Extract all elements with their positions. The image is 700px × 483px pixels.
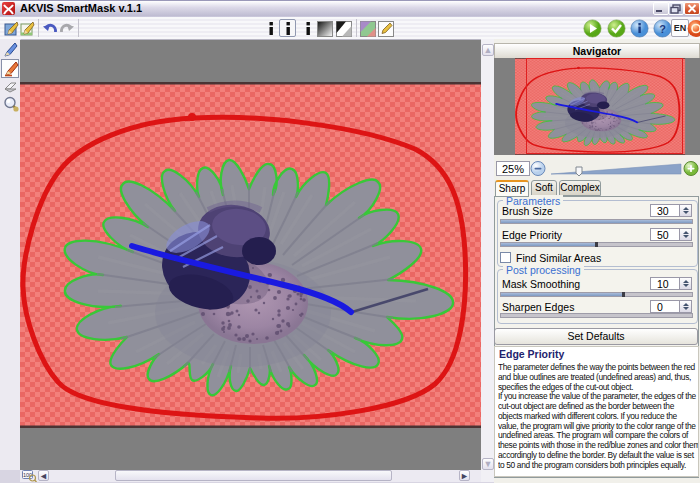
svg-text:?: ? — [659, 23, 666, 35]
